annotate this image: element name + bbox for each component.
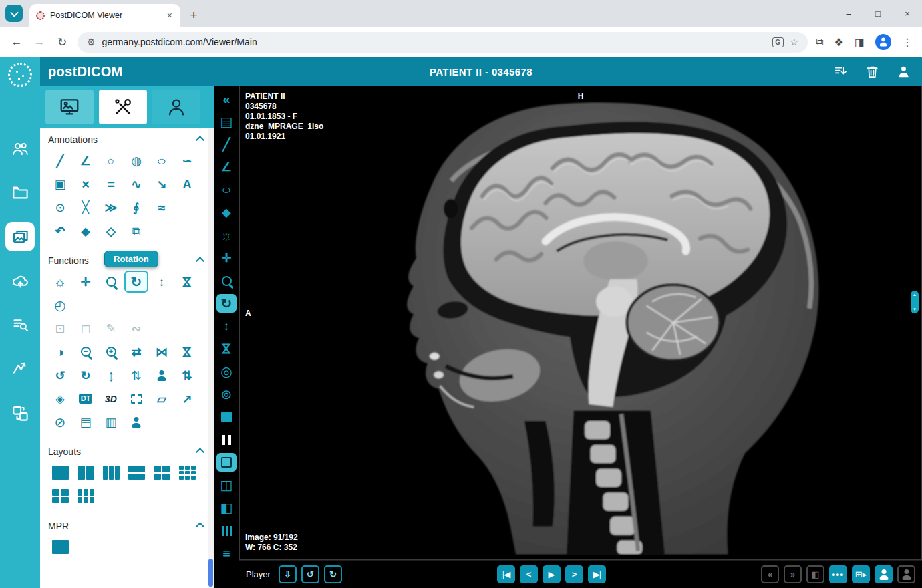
image-export-tool[interactable]: ▤ [73,411,98,433]
cine-loop-ccw-button[interactable]: ↺ [301,565,319,583]
invert-tool[interactable]: ◑ [48,341,72,363]
angle-tool[interactable]: ∠ [216,158,237,176]
ellipse-tool[interactable]: ○ [150,150,174,172]
profile-icon[interactable] [896,64,911,80]
site-settings-icon[interactable]: ⚙ [87,37,96,47]
mpr-header[interactable]: MPR [48,516,206,536]
profile-avatar[interactable] [875,34,891,50]
next-image-button[interactable]: > [565,565,583,583]
wl-region-tool[interactable]: ⊡ [48,317,72,339]
minimize-button[interactable]: – [834,9,863,19]
layout-3x3-tool[interactable] [175,462,199,484]
pan-tool[interactable]: ✛ [73,271,98,293]
tab-tools[interactable] [99,90,147,124]
parallel-lines-tool[interactable]: = [99,173,123,195]
layout-1x1-tool[interactable] [48,462,72,484]
layout-2x2-alt-tool[interactable] [48,485,72,507]
pencil-tool[interactable]: ✎ [99,317,123,339]
stripes-h-tool[interactable]: ≡ [216,544,237,563]
annotations-header[interactable]: Annotations [48,130,206,150]
freehand-roi-tool[interactable]: ∾ [124,317,148,339]
layout-1x3-tool[interactable] [99,462,123,484]
clear-annotations-tool[interactable]: ◇ [99,220,123,242]
sidebar-item-upload[interactable] [5,266,35,295]
user-question-tool[interactable] [124,411,148,433]
maximize-button[interactable]: □ [863,9,893,19]
fast-forward-button[interactable]: » [784,565,802,583]
translate-icon[interactable]: G [772,37,784,47]
eraser-tool[interactable]: ◆ [73,220,98,242]
back-icon[interactable]: ← [9,35,24,49]
polyline-tool[interactable]: ∿ [124,173,148,195]
delete-icon[interactable] [865,64,880,80]
rotate-cw-tool[interactable]: ↻ [73,364,98,386]
rotate-ccw-tool[interactable]: ↺ [48,364,72,386]
pause-tool[interactable] [216,430,237,449]
browser-tab[interactable]: PostDICOM Viewer × [29,4,180,27]
undo-tool[interactable]: ↶ [48,220,72,242]
rotation-tool[interactable]: ↻ [124,271,148,293]
image-scroll-thumb[interactable]: ▲▼ [911,291,919,313]
image-viewport[interactable]: PATIENT II 0345678 01.01.1853 - F dzne_M… [239,86,922,560]
image-scrollbar[interactable]: ▲▼ [911,94,919,551]
close-button[interactable]: × [893,9,922,19]
ruler-tool[interactable]: ╱ [216,135,237,154]
cobb-angle-tool[interactable]: ╳ [73,196,98,218]
stretch-v-tool[interactable]: ↕ [216,317,237,335]
stretch-v-tool[interactable]: ↕ [150,271,174,293]
report-tool[interactable]: ▤ [216,112,237,131]
bookmark-star-icon[interactable]: ☆ [790,37,799,47]
new-tab-button[interactable]: + [184,6,203,25]
flip-tri-h-tool[interactable]: ⋈ [150,341,174,363]
layout-2x1-tool[interactable] [124,462,148,484]
magnifier-tool[interactable] [216,271,237,290]
sidebar-item-transfer[interactable] [5,398,35,428]
sidebar-item-patients[interactable] [5,134,35,163]
ruler-tool[interactable]: ╱ [48,150,72,172]
zoom-in-tool[interactable]: + [99,341,123,363]
sidebar-item-studies[interactable] [5,222,35,251]
resize-v-tool[interactable]: ↕ [99,364,123,386]
wave-tool[interactable]: ≈ [150,196,174,218]
rotate-dot-tool[interactable]: ⊚ [216,385,237,404]
sidebar-item-share[interactable] [5,354,35,384]
image-disable-tool[interactable]: ⊘ [48,411,72,433]
point-tool[interactable]: ⊙ [48,196,72,218]
flip-v-tool[interactable]: ⋈ [175,271,199,293]
functions-header[interactable]: Functions [48,251,206,271]
mirror-h-tool[interactable]: ⇄ [124,341,148,363]
collapse-panel-tool[interactable]: « [216,90,237,108]
tab-patient-info[interactable] [152,90,200,124]
layout-next-button[interactable]: ⊞▸ [852,565,870,583]
sort-download-icon[interactable] [833,64,849,80]
skew-box-tool[interactable]: ▱ [150,388,174,410]
spline-tool[interactable]: ≫ [99,196,123,218]
layouts-header[interactable]: Layouts [48,442,206,462]
rect-roi-tool[interactable]: ▣ [48,173,72,195]
dt-tool[interactable]: DT [73,388,98,410]
refresh-icon[interactable]: ↻ [55,35,69,49]
postdicom-logo-icon[interactable] [8,63,32,87]
dock-left-button[interactable]: ◧ [806,565,824,583]
image-user-tool[interactable]: ▥ [99,411,123,433]
last-image-button[interactable]: ▶| [588,565,606,583]
rotation-tool[interactable]: ↻ [216,294,237,313]
zoom-out-tool[interactable]: − [73,341,98,363]
omnibox[interactable]: ⚙ germany.postdicom.com/Viewer/Main G ☆ [78,32,808,53]
series-user-button[interactable] [875,565,893,583]
ellipse-tool[interactable]: ○ [216,180,237,199]
sidebar-item-folders[interactable] [5,178,35,207]
shaded-circle-tool[interactable]: ◍ [124,150,148,172]
layout-2x2-tool[interactable] [150,462,174,484]
copy-annotation-tool[interactable]: ⧉ [124,220,148,242]
flip-v-tool[interactable]: ⋈ [216,339,237,358]
layout-1x2-tool[interactable] [73,462,98,484]
brightness-tool[interactable]: ☼ [216,226,237,245]
forward-icon[interactable]: → [32,35,47,49]
brightness-tool[interactable]: ☼ [48,271,72,293]
picture-in-picture-icon[interactable]: ⧉ [816,36,823,48]
fast-rewind-button[interactable]: « [761,565,779,583]
more-tools-button[interactable]: ••• [829,565,847,583]
mpr-view-tool[interactable] [48,536,72,558]
target-rotate-tool[interactable]: ◎ [216,362,237,381]
